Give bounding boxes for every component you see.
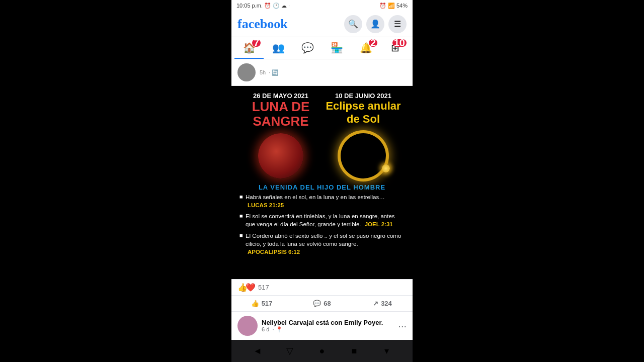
back-icon: ◄ xyxy=(253,346,262,356)
menu-down-icon: ▾ xyxy=(384,345,389,356)
nav-marketplace[interactable]: 🏪 xyxy=(322,37,351,59)
right-col: 10 DE JUNIO 2021 Eclipse anular de Sol xyxy=(322,92,405,128)
post-content-area: 26 DE MAYO 2021 LUNA DE SANGRE 10 DE JUN… xyxy=(231,86,413,265)
square-icon: ■ xyxy=(352,346,357,356)
search-button[interactable]: 🔍 xyxy=(344,15,362,33)
profile-icon: 👤 xyxy=(370,19,380,29)
next-post-author: Nellybel Carvajal está con Emily Poyer. xyxy=(262,319,383,326)
status-time: 10:05 p.m. xyxy=(236,3,263,9)
fb-nav: 🏠 7 👥 💬 🏪 🔔 2 ⊞ 10 xyxy=(231,37,413,59)
back-button[interactable]: ◄ xyxy=(248,341,268,361)
verse-1-text: Habrá señales en el sol, en la luna y en… xyxy=(246,193,405,209)
more-badge: 10 xyxy=(392,39,407,47)
status-cloud-icon: ☁ xyxy=(281,3,287,9)
nav-friends[interactable]: 👥 xyxy=(264,37,293,59)
share-icon: ↗ xyxy=(373,300,378,307)
hamburger-icon: ☰ xyxy=(394,19,401,29)
comment-icon: 💬 xyxy=(313,300,321,307)
post-header: 5h · 🔄 xyxy=(231,59,413,86)
fb-logo: facebook xyxy=(237,17,288,32)
nav-messenger[interactable]: 💬 xyxy=(293,37,322,59)
status-battery: 54% xyxy=(396,3,408,9)
nav-notifications[interactable]: 🔔 2 xyxy=(351,37,380,59)
nav-home[interactable]: 🏠 7 xyxy=(234,37,264,59)
post-image: 26 DE MAYO 2021 LUNA DE SANGRE 10 DE JUN… xyxy=(231,86,413,279)
reaction-count: 517 xyxy=(258,284,269,291)
home-badge: 7 xyxy=(252,39,261,47)
heart-emoji: ❤️ xyxy=(246,283,256,292)
post-time: 5h · 🔄 xyxy=(260,69,407,76)
bullet-2: ■ xyxy=(239,213,243,219)
nav-more[interactable]: ⊞ 10 xyxy=(380,37,410,59)
reactions-bar: 👍 ❤️ 517 xyxy=(231,279,413,296)
blood-moon-image xyxy=(258,133,303,178)
verse-1: ■ Habrá señales en el sol, en la luna y … xyxy=(239,193,405,209)
solar-eclipse-image xyxy=(341,133,386,178)
status-right: ⏰ 📶 54% xyxy=(379,3,408,9)
next-post-meta: Nellybel Carvajal está con Emily Poyer. … xyxy=(262,319,383,333)
next-post-time: 6 d · 📍 xyxy=(262,326,383,333)
verse-2: ■ El sol se convertirá en tinieblas, y l… xyxy=(239,212,405,228)
share-button[interactable]: ↗ 324 xyxy=(352,296,413,311)
action-buttons: 👍 517 💬 68 ↗ 324 xyxy=(231,296,413,312)
next-post-with: está con xyxy=(316,319,344,326)
phone-container: 10:05 p.m. ⏰ 🕐 ☁ · ⏰ 📶 54% facebook 🔍 👤 … xyxy=(231,0,413,362)
bullet-1: ■ xyxy=(239,194,243,200)
menu-button[interactable]: ☰ xyxy=(388,15,407,33)
header-icons: 🔍 👤 ☰ xyxy=(344,15,407,33)
verse-2-text: El sol se convertirá en tinieblas, y la … xyxy=(246,212,405,228)
verse-2-ref: JOEL 2:31 xyxy=(365,221,393,227)
circle-button[interactable]: ● xyxy=(312,341,332,361)
status-dot: · xyxy=(288,3,290,9)
verse-1-ref: LUCAS 21:25 xyxy=(248,202,284,208)
messenger-icon: 💬 xyxy=(301,42,314,54)
left-col: 26 DE MAYO 2021 LUNA DE SANGRE xyxy=(239,92,322,128)
left-title1: LUNA DE xyxy=(252,100,310,114)
notifications-badge: 2 xyxy=(369,39,377,47)
status-clock-icon: 🕐 xyxy=(273,3,280,9)
status-alarm-icon: ⏰ xyxy=(264,3,271,9)
bottom-nav: ◄ ▽ ● ■ ▾ xyxy=(231,340,413,362)
next-post-avatar xyxy=(237,316,258,336)
verse-3-text: El Cordero abrió el sexto sello .. y el … xyxy=(246,232,405,256)
like-button[interactable]: 👍 517 xyxy=(231,296,292,311)
menu-bottom-button[interactable]: ▾ xyxy=(376,341,396,361)
left-date: 26 DE MAYO 2021 xyxy=(253,92,308,100)
status-bar: 10:05 p.m. ⏰ 🕐 ☁ · ⏰ 📶 54% xyxy=(231,0,413,11)
right-date: 10 DE JUNIO 2021 xyxy=(335,92,391,100)
reaction-icons: 👍 ❤️ xyxy=(237,283,256,292)
down-button[interactable]: ▽ xyxy=(280,341,300,361)
circle-icon: ● xyxy=(319,346,325,356)
dates-row: 26 DE MAYO 2021 LUNA DE SANGRE 10 DE JUN… xyxy=(239,92,405,128)
square-button[interactable]: ■ xyxy=(344,341,364,361)
status-signal-icon: 📶 xyxy=(388,3,395,9)
comment-button[interactable]: 💬 68 xyxy=(292,296,352,311)
fb-header: facebook 🔍 👤 ☰ xyxy=(231,11,413,37)
post-avatar xyxy=(237,63,256,81)
verse-3-ref: APOCALIPSIS 6:12 xyxy=(248,249,300,255)
comment-count: 68 xyxy=(324,300,331,307)
friends-icon: 👥 xyxy=(272,42,285,54)
marketplace-icon: 🏪 xyxy=(331,42,343,54)
bullet-3: ■ xyxy=(239,232,243,238)
like-count: 517 xyxy=(262,300,273,307)
section-title: LA VENIDA DEL HIJO DEL HOMBRE xyxy=(239,184,405,191)
share-count: 324 xyxy=(381,300,392,307)
post-meta: 5h · 🔄 xyxy=(260,69,407,76)
more-options-button[interactable]: ··· xyxy=(398,320,407,332)
left-title2: SANGRE xyxy=(253,114,308,129)
moons-row xyxy=(239,133,405,178)
next-post-header: Nellybel Carvajal está con Emily Poyer. … xyxy=(231,312,413,340)
profile-button[interactable]: 👤 xyxy=(366,15,384,33)
verse-3: ■ El Cordero abrió el sexto sello .. y e… xyxy=(239,232,405,256)
like-icon: 👍 xyxy=(251,300,259,307)
right-title: Eclipse anular de Sol xyxy=(322,100,405,126)
search-icon: 🔍 xyxy=(348,19,358,29)
down-icon: ▽ xyxy=(286,345,293,356)
status-alarm2-icon: ⏰ xyxy=(379,3,386,9)
status-left: 10:05 p.m. ⏰ 🕐 ☁ · xyxy=(236,3,290,9)
